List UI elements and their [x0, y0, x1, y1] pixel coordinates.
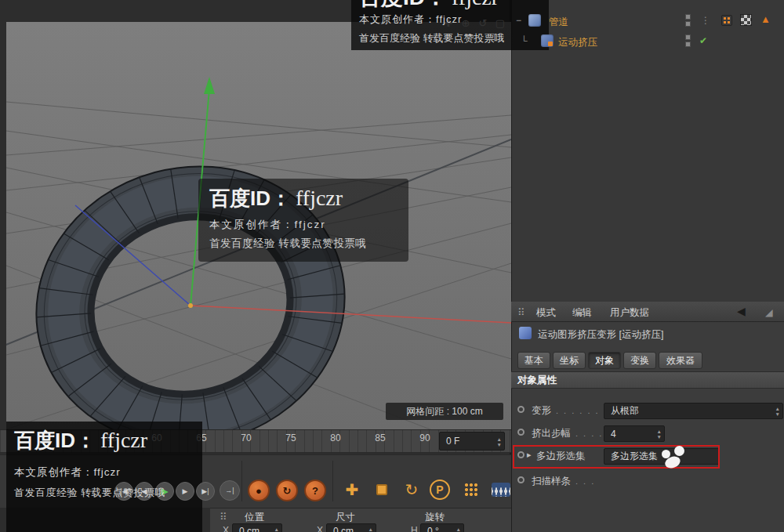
deformer-icon	[519, 327, 532, 339]
watermark-center: 百度ID：ffjczr 本文原创作者：ffjczr 首发百度经验 转载要点赞投票…	[198, 179, 408, 262]
coord-axis-label: H	[411, 525, 418, 532]
coord-axis-label: X	[223, 525, 229, 532]
motion-extrude-icon-accent	[548, 42, 553, 46]
cursor-blob-icon	[674, 446, 684, 456]
tube-object-icon[interactable]	[528, 14, 541, 27]
tab-effectors[interactable]: 效果器	[659, 352, 702, 369]
attr-row-sweep-spline: 扫描样条. . .	[511, 471, 784, 492]
parametric-tool-button[interactable]: P	[430, 480, 450, 500]
grid-dots-button[interactable]	[459, 478, 483, 501]
frame-stepper-icon[interactable]: ▲▼	[497, 436, 502, 447]
extrusion-steps-input[interactable]: 4 ▲▼	[604, 425, 665, 442]
object-properties-header: 对象属性	[511, 371, 784, 389]
watermark-bottom-text: 百度ID：ffjczr 本文原创作者：ffjczr 首发百度经验 转载要点赞投票…	[6, 422, 202, 532]
toolbar-separator	[332, 461, 333, 501]
attr-label-extrusion-steps: 挤出步幅. . . .	[532, 427, 603, 440]
tab-basic[interactable]: 基本	[517, 352, 550, 369]
collapse-arrow-icon[interactable]: ◀	[737, 305, 746, 317]
tree-branch-icon: └	[521, 35, 528, 46]
rotation-h-input[interactable]: 0 °▲▼	[420, 523, 464, 532]
menu-mode[interactable]: 模式	[536, 306, 556, 320]
object-name-motion-extrude[interactable]: 运动挤压	[558, 36, 597, 49]
stepper-arrows-icon[interactable]: ▲▼	[456, 527, 461, 532]
size-x-input[interactable]: 0 cm▲▼	[326, 523, 376, 532]
timeline-tick: 85	[372, 432, 389, 443]
keyframe-dot-icon[interactable]	[517, 476, 524, 483]
phong-tag-icon[interactable]: ▲	[760, 13, 771, 25]
attr-label-deformation: 变形. . . . . . .	[532, 404, 608, 418]
move-tool-button[interactable]: ✚	[340, 478, 364, 501]
c4d-window: ✚ ⊕ ↺ ▢	[0, 0, 784, 532]
visibility-dots[interactable]	[685, 34, 691, 49]
visibility-dots[interactable]	[685, 14, 691, 28]
current-frame-input[interactable]: 0 F ▲▼	[439, 432, 505, 451]
enabled-check-icon[interactable]: ✔	[699, 35, 707, 46]
tab-transform[interactable]: 变换	[623, 352, 656, 369]
grid-dots-icon	[464, 483, 478, 497]
menu-user-data[interactable]: 用户数据	[610, 306, 649, 320]
tab-object[interactable]: 对象	[588, 352, 621, 369]
timeline-tick: 90	[416, 432, 434, 443]
film-button[interactable]	[489, 478, 513, 501]
attribute-menu-bar: ⠿ 模式 编辑 用户数据 ◀ ◢	[511, 302, 784, 322]
torus-object	[6, 132, 376, 429]
mograph-tag-icon[interactable]	[721, 15, 732, 26]
x-axis-line	[191, 306, 511, 323]
timeline-tick: 80	[327, 432, 344, 443]
coord-header-position: 位置	[245, 511, 264, 524]
grid-spacing-badge: 网格间距 : 100 cm	[386, 403, 503, 420]
axis-origin-dot	[188, 303, 193, 308]
object-row-motion-extrude[interactable]: └ 运动挤压 ✔	[511, 33, 784, 50]
help-button[interactable]: ?	[304, 480, 326, 501]
attr-label-sweep-spline: 扫描样条. . .	[532, 475, 595, 488]
stepper-arrows-icon[interactable]: ▲▼	[657, 429, 662, 440]
toolbar-separator	[241, 461, 242, 501]
tab-coordinates[interactable]: 坐标	[553, 352, 586, 369]
corner-resize-icon[interactable]: ◢	[765, 306, 773, 318]
menu-edit[interactable]: 编辑	[572, 306, 592, 320]
grip-icon: ⠿	[517, 306, 524, 318]
y-axis-arrowhead	[204, 77, 215, 94]
scale-tool-button[interactable]	[370, 478, 394, 501]
dots-vertical-icon: ⋮	[701, 15, 710, 26]
expand-toggle-icon[interactable]: −	[516, 15, 521, 26]
red-highlight-annotation	[513, 445, 720, 469]
position-x-input[interactable]: 0 cm▲▼	[232, 523, 282, 532]
texture-tag-icon[interactable]	[740, 14, 752, 26]
coord-header-size: 尺寸	[336, 511, 355, 524]
attribute-object-title: 运动图形挤压变形 [运动挤压]	[538, 328, 663, 342]
stepper-arrows-icon[interactable]: ▲▼	[368, 527, 373, 532]
deformation-dropdown[interactable]: 从根部 ▲▼	[604, 403, 783, 419]
goto-end-button[interactable]: →|	[220, 480, 240, 501]
rotate-tool-button[interactable]: ↻	[400, 478, 423, 501]
timeline-tick: 70	[238, 432, 255, 443]
loop-button[interactable]: ↻	[276, 480, 298, 501]
object-row-pipe[interactable]: − 管道 ⋮ ▲	[511, 13, 784, 30]
keyframe-dot-icon[interactable]	[517, 429, 524, 436]
grip-icon: ⠿	[220, 511, 227, 523]
film-strip-icon	[492, 483, 510, 497]
coord-header-rotation: 旋转	[425, 511, 445, 524]
timeline-tick: 75	[282, 432, 299, 443]
object-name-pipe[interactable]: 管道	[549, 16, 568, 29]
attribute-object-title-row: 运动图形挤压变形 [运动挤压]	[511, 323, 784, 345]
coord-axis-label: X	[317, 525, 323, 532]
dropdown-arrows-icon[interactable]: ▲▼	[775, 406, 780, 417]
keyframe-dot-icon[interactable]	[517, 406, 524, 413]
motion-extrude-object-icon[interactable]	[541, 34, 554, 47]
record-button[interactable]: ●	[248, 480, 270, 501]
stepper-arrows-icon[interactable]: ▲▼	[274, 527, 279, 532]
scale-tool-icon	[376, 484, 387, 495]
